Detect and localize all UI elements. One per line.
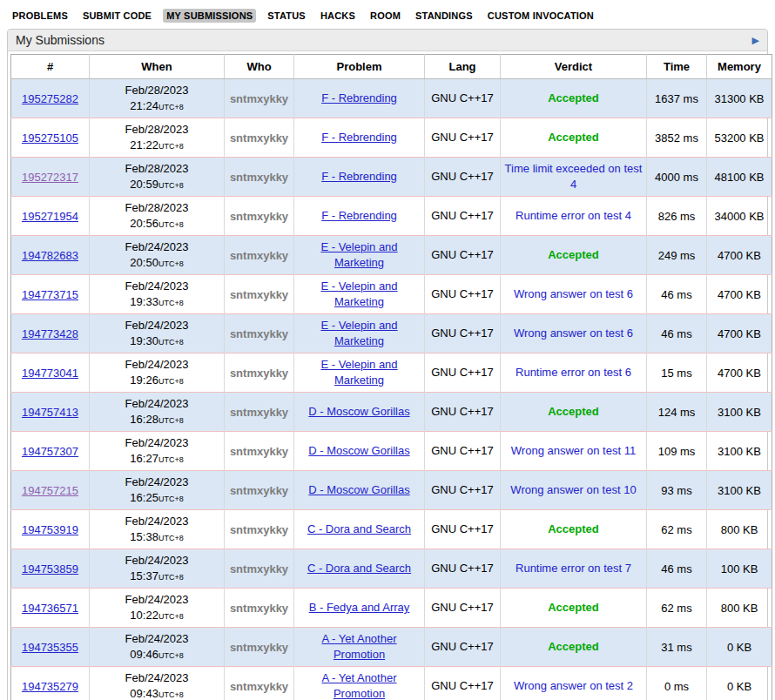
user-handle-link[interactable]: sntmxykky <box>230 171 288 184</box>
user-handle-link[interactable]: sntmxykky <box>230 523 288 536</box>
cell-when: Feb/28/2023 21:24UTC+8 <box>90 79 225 118</box>
user-handle-link[interactable]: sntmxykky <box>230 131 288 145</box>
cell-verdict: Runtime error on test 7 <box>501 549 647 589</box>
submission-datetime: Feb/28/2023 21:24UTC+8 <box>121 83 192 113</box>
problem-link[interactable]: E - Velepin and Marketing <box>320 240 397 269</box>
user-handle-link[interactable]: sntmxykky <box>230 327 288 340</box>
cell-time: 249 ms <box>647 236 707 275</box>
submission-id-link[interactable]: 194757215 <box>22 484 78 497</box>
problem-link[interactable]: F - Rebrending <box>321 170 397 183</box>
user-handle-link[interactable]: sntmxykky <box>230 602 288 615</box>
cell-submission-id: 194735355 <box>11 628 90 667</box>
cell-verdict: Accepted <box>501 589 647 628</box>
submission-id-link[interactable]: 195271954 <box>22 210 78 223</box>
user-handle-link[interactable]: sntmxykky <box>230 406 288 419</box>
nav-item-standings[interactable]: STANDINGS <box>412 9 476 23</box>
submission-id-link[interactable]: 194735279 <box>22 680 78 693</box>
timezone-label: UTC+8 <box>158 534 184 542</box>
problem-link[interactable]: F - Rebrending <box>321 131 397 144</box>
submission-id-link[interactable]: 194753859 <box>22 562 78 575</box>
cell-when: Feb/24/2023 16:25UTC+8 <box>90 471 225 510</box>
problem-link[interactable]: D - Moscow Gorillas <box>308 483 409 496</box>
problem-link[interactable]: E - Velepin and Marketing <box>320 319 397 347</box>
user-handle-link[interactable]: sntmxykky <box>230 562 288 575</box>
user-handle-link[interactable]: sntmxykky <box>230 484 288 497</box>
section-title: My Submissions <box>16 33 104 47</box>
nav-item-problems[interactable]: PROBLEMS <box>9 9 71 23</box>
nav-item-my-submissions[interactable]: MY SUBMISSIONS <box>163 9 256 23</box>
cell-submission-id: 194757413 <box>11 393 90 432</box>
problem-link[interactable]: D - Moscow Gorillas <box>308 444 409 457</box>
submission-row: 195275282Feb/28/2023 21:24UTC+8sntmxykky… <box>11 79 772 118</box>
cell-verdict: Accepted <box>501 510 647 549</box>
submission-datetime: Feb/28/2023 21:22UTC+8 <box>121 122 192 152</box>
problem-link[interactable]: E - Velepin and Marketing <box>320 279 397 308</box>
cell-lang: GNU C++17 <box>425 158 501 197</box>
submission-id-link[interactable]: 194757307 <box>22 445 78 458</box>
timezone-label: UTC+8 <box>158 338 184 347</box>
nav-item-submit-code[interactable]: SUBMIT CODE <box>79 9 155 23</box>
problem-link[interactable]: E - Velepin and Marketing <box>320 358 397 387</box>
user-handle-link[interactable]: sntmxykky <box>230 367 288 380</box>
cell-problem: D - Moscow Gorillas <box>294 471 425 510</box>
submission-id-link[interactable]: 194773715 <box>22 288 78 301</box>
user-handle-link[interactable]: sntmxykky <box>230 92 288 105</box>
cell-submission-id: 194773428 <box>11 314 90 353</box>
submission-id-link[interactable]: 194773428 <box>22 327 78 340</box>
problem-link[interactable]: F - Rebrending <box>321 91 397 104</box>
cell-verdict: Wrong answer on test 2 <box>501 667 647 700</box>
cell-submission-id: 195275105 <box>11 118 90 158</box>
problem-link[interactable]: C - Dora and Search <box>307 562 411 575</box>
cell-who: sntmxykky <box>225 432 294 471</box>
problem-link[interactable]: A - Yet Another Promotion <box>321 632 396 661</box>
problem-link[interactable]: C - Dora and Search <box>307 522 411 535</box>
cell-time: 0 ms <box>647 667 707 700</box>
cell-verdict: Wrong answer on test 11 <box>501 432 647 471</box>
submission-row: 194773428Feb/24/2023 19:30UTC+8sntmxykky… <box>11 314 772 353</box>
submission-id-link[interactable]: 195275282 <box>22 92 78 105</box>
submission-id-link[interactable]: 195272317 <box>22 171 78 184</box>
submission-row: 194757413Feb/24/2023 16:28UTC+8sntmxykky… <box>11 393 772 432</box>
nav-item-status[interactable]: STATUS <box>264 9 309 23</box>
nav-item-hacks[interactable]: HACKS <box>317 9 359 23</box>
cell-verdict: Wrong answer on test 6 <box>501 314 647 353</box>
submission-id-link[interactable]: 194753919 <box>22 523 78 536</box>
user-handle-link[interactable]: sntmxykky <box>230 445 288 458</box>
timezone-label: UTC+8 <box>158 651 184 660</box>
cell-time: 46 ms <box>647 275 707 314</box>
cell-submission-id: 194773715 <box>11 275 90 314</box>
submission-id-link[interactable]: 195275105 <box>22 131 78 145</box>
cell-lang: GNU C++17 <box>425 197 501 236</box>
submission-id-link[interactable]: 194757413 <box>22 406 78 419</box>
cell-who: sntmxykky <box>225 353 294 393</box>
problem-link[interactable]: D - Moscow Gorillas <box>308 405 409 418</box>
submission-id-link[interactable]: 194782683 <box>22 249 78 262</box>
cell-lang: GNU C++17 <box>425 118 501 158</box>
collapse-arrow-icon[interactable]: ▶ <box>752 36 759 45</box>
cell-submission-id: 194782683 <box>11 236 90 275</box>
cell-memory: 53200 KB <box>707 118 772 158</box>
timezone-label: UTC+8 <box>158 181 184 190</box>
nav-item-room[interactable]: ROOM <box>367 9 404 23</box>
submission-id-link[interactable]: 194773041 <box>22 367 78 380</box>
problem-link[interactable]: A - Yet Another Promotion <box>321 671 396 700</box>
problem-link[interactable]: B - Fedya and Array <box>309 601 410 614</box>
user-handle-link[interactable]: sntmxykky <box>230 288 288 301</box>
cell-who: sntmxykky <box>225 667 294 700</box>
user-handle-link[interactable]: sntmxykky <box>230 641 288 654</box>
submission-id-link[interactable]: 194735355 <box>22 641 78 654</box>
submission-id-link[interactable]: 194736571 <box>22 602 78 615</box>
cell-who: sntmxykky <box>225 393 294 432</box>
problem-link[interactable]: F - Rebrending <box>321 209 397 222</box>
verdict-text: Accepted <box>548 91 599 104</box>
cell-when: Feb/24/2023 16:28UTC+8 <box>90 393 225 432</box>
user-handle-link[interactable]: sntmxykky <box>230 210 288 223</box>
user-handle-link[interactable]: sntmxykky <box>230 249 288 262</box>
verdict-text: Time limit exceeded on test 4 <box>505 162 643 191</box>
nav-item-custom-invocation[interactable]: CUSTOM INVOCATION <box>484 9 597 23</box>
submissions-body: 195275282Feb/28/2023 21:24UTC+8sntmxykky… <box>11 79 772 700</box>
cell-when: Feb/28/2023 20:59UTC+8 <box>90 158 225 197</box>
user-handle-link[interactable]: sntmxykky <box>230 680 288 693</box>
timezone-label: UTC+8 <box>158 495 184 503</box>
submission-datetime: Feb/24/2023 10:22UTC+8 <box>121 592 192 623</box>
